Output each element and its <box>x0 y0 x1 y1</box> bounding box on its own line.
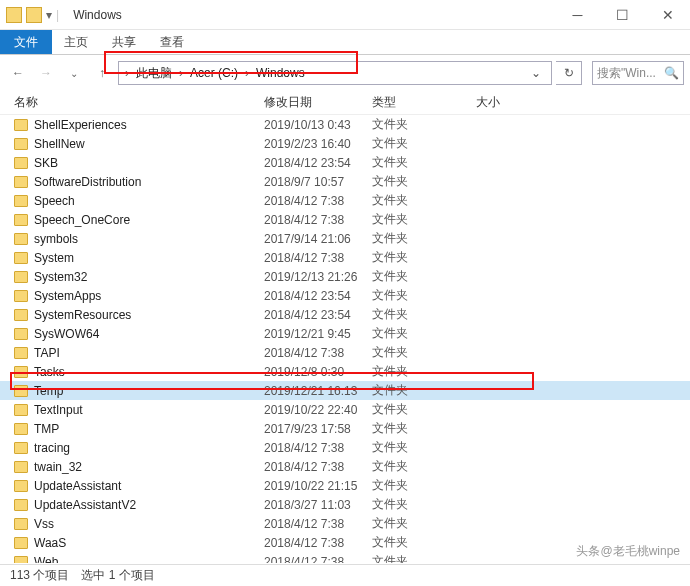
table-row[interactable]: System322019/12/13 21:26文件夹 <box>0 267 690 286</box>
table-row[interactable]: Speech_OneCore2018/4/12 7:38文件夹 <box>0 210 690 229</box>
chevron-right-icon: › <box>245 66 249 80</box>
table-row[interactable]: TextInput2019/10/22 22:40文件夹 <box>0 400 690 419</box>
file-name: ShellExperiences <box>34 118 264 132</box>
folder-icon <box>14 499 28 511</box>
file-date: 2018/4/12 7:38 <box>264 251 372 265</box>
tab-home[interactable]: 主页 <box>52 30 100 54</box>
file-type: 文件夹 <box>372 439 476 456</box>
tab-view[interactable]: 查看 <box>148 30 196 54</box>
file-type: 文件夹 <box>372 154 476 171</box>
table-row[interactable]: TAPI2018/4/12 7:38文件夹 <box>0 343 690 362</box>
table-row[interactable]: System2018/4/12 7:38文件夹 <box>0 248 690 267</box>
file-date: 2018/4/12 7:38 <box>264 460 372 474</box>
file-name: SKB <box>34 156 264 170</box>
file-date: 2019/10/22 21:15 <box>264 479 372 493</box>
close-button[interactable]: ✕ <box>645 0 690 30</box>
file-name: TAPI <box>34 346 264 360</box>
address-bar[interactable]: › 此电脑 › Acer (C:) › Windows ⌄ <box>118 61 552 85</box>
breadcrumb-item[interactable]: Windows <box>253 66 308 80</box>
chevron-right-icon: › <box>125 66 129 80</box>
table-row[interactable]: Vss2018/4/12 7:38文件夹 <box>0 514 690 533</box>
back-button[interactable]: ← <box>6 61 30 85</box>
qat-dropdown-icon[interactable]: ▾ <box>46 8 52 22</box>
table-row[interactable]: Tasks2019/12/8 0:30文件夹 <box>0 362 690 381</box>
table-row[interactable]: SystemApps2018/4/12 23:54文件夹 <box>0 286 690 305</box>
file-date: 2018/4/12 7:38 <box>264 346 372 360</box>
table-row[interactable]: ShellNew2019/2/23 16:40文件夹 <box>0 134 690 153</box>
column-date[interactable]: 修改日期 <box>250 94 358 111</box>
file-date: 2018/4/12 23:54 <box>264 308 372 322</box>
file-name: symbols <box>34 232 264 246</box>
file-date: 2019/12/8 0:30 <box>264 365 372 379</box>
table-row[interactable]: Temp2019/12/21 16:13文件夹 <box>0 381 690 400</box>
file-date: 2018/4/12 7:38 <box>264 194 372 208</box>
table-row[interactable]: twain_322018/4/12 7:38文件夹 <box>0 457 690 476</box>
minimize-button[interactable]: ─ <box>555 0 600 30</box>
table-row[interactable]: TMP2017/9/23 17:58文件夹 <box>0 419 690 438</box>
maximize-button[interactable]: ☐ <box>600 0 645 30</box>
breadcrumb-item[interactable]: Acer (C:) <box>187 66 241 80</box>
table-row[interactable]: ShellExperiences2019/10/13 0:43文件夹 <box>0 115 690 134</box>
file-type: 文件夹 <box>372 306 476 323</box>
file-type: 文件夹 <box>372 382 476 399</box>
chevron-right-icon: › <box>179 66 183 80</box>
file-date: 2017/9/14 21:06 <box>264 232 372 246</box>
file-date: 2018/4/12 7:38 <box>264 517 372 531</box>
tab-share[interactable]: 共享 <box>100 30 148 54</box>
table-row[interactable]: UpdateAssistant2019/10/22 21:15文件夹 <box>0 476 690 495</box>
file-name: TextInput <box>34 403 264 417</box>
folder-icon <box>14 138 28 150</box>
file-name: Speech <box>34 194 264 208</box>
search-placeholder: 搜索"Win... <box>597 65 656 82</box>
table-row[interactable]: symbols2017/9/14 21:06文件夹 <box>0 229 690 248</box>
file-date: 2018/4/12 7:38 <box>264 555 372 564</box>
file-type: 文件夹 <box>372 230 476 247</box>
recent-dropdown-icon[interactable]: ⌄ <box>62 61 86 85</box>
file-type: 文件夹 <box>372 496 476 513</box>
file-type: 文件夹 <box>372 173 476 190</box>
folder-icon <box>14 290 28 302</box>
file-date: 2018/4/12 7:38 <box>264 536 372 550</box>
file-type: 文件夹 <box>372 116 476 133</box>
folder-icon <box>14 385 28 397</box>
table-row[interactable]: SKB2018/4/12 23:54文件夹 <box>0 153 690 172</box>
title-bar: ▾ | Windows ─ ☐ ✕ <box>0 0 690 30</box>
status-selected-count: 选中 1 个项目 <box>81 567 154 584</box>
column-type[interactable]: 类型 <box>358 94 462 111</box>
ribbon-tabs: 文件 主页 共享 查看 <box>0 30 690 55</box>
file-name: SoftwareDistribution <box>34 175 264 189</box>
file-type: 文件夹 <box>372 249 476 266</box>
file-name: Speech_OneCore <box>34 213 264 227</box>
folder-icon <box>14 119 28 131</box>
file-date: 2018/4/12 23:54 <box>264 289 372 303</box>
folder-icon <box>14 404 28 416</box>
file-name: Vss <box>34 517 264 531</box>
table-row[interactable]: SystemResources2018/4/12 23:54文件夹 <box>0 305 690 324</box>
file-tab[interactable]: 文件 <box>0 30 52 54</box>
file-name: System <box>34 251 264 265</box>
file-date: 2019/2/23 16:40 <box>264 137 372 151</box>
table-row[interactable]: UpdateAssistantV22018/3/27 11:03文件夹 <box>0 495 690 514</box>
table-row[interactable]: Speech2018/4/12 7:38文件夹 <box>0 191 690 210</box>
table-row[interactable]: tracing2018/4/12 7:38文件夹 <box>0 438 690 457</box>
file-type: 文件夹 <box>372 363 476 380</box>
table-row[interactable]: SoftwareDistribution2018/9/7 10:57文件夹 <box>0 172 690 191</box>
file-name: Temp <box>34 384 264 398</box>
file-type: 文件夹 <box>372 325 476 342</box>
column-name[interactable]: 名称 <box>0 94 250 111</box>
file-name: WaaS <box>34 536 264 550</box>
address-dropdown-icon[interactable]: ⌄ <box>527 66 545 80</box>
search-input[interactable]: 搜索"Win... 🔍 <box>592 61 684 85</box>
watermark-text: 头条@老毛桃winpe <box>576 543 680 560</box>
file-type: 文件夹 <box>372 287 476 304</box>
breadcrumb-item[interactable]: 此电脑 <box>133 65 175 82</box>
forward-button[interactable]: → <box>34 61 58 85</box>
folder-icon <box>14 214 28 226</box>
file-name: tracing <box>34 441 264 455</box>
folder-icon <box>14 442 28 454</box>
column-size[interactable]: 大小 <box>462 94 542 111</box>
up-button[interactable]: ↑ <box>90 61 114 85</box>
folder-icon <box>14 537 28 549</box>
refresh-button[interactable]: ↻ <box>556 61 582 85</box>
table-row[interactable]: SysWOW642019/12/21 9:45文件夹 <box>0 324 690 343</box>
